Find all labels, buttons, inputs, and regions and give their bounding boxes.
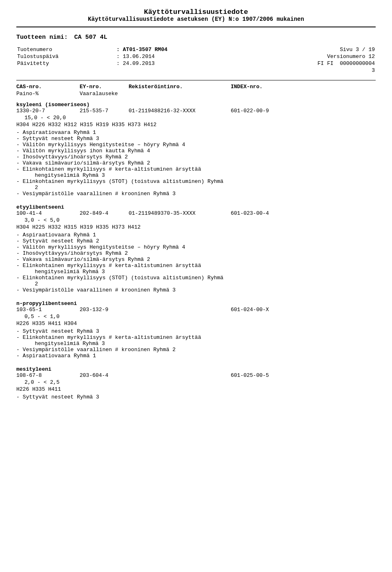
substance-name-0: ksyleeni (isomeeriseos) [16, 102, 376, 108]
ey-1: 202-849-4 [80, 210, 129, 216]
col-cas: CAS-nro. [16, 84, 80, 90]
range-2: 0,5 - < 1,0 [24, 314, 376, 320]
range-0: 15,0 - < 20,0 [24, 115, 376, 121]
hazard-item-0-0: - Aspiraatiovaara Ryhmä 1 [16, 129, 376, 136]
hazard-list-2: - Syttyvät nesteet Ryhmä 3- Elinkohtaine… [16, 328, 376, 359]
versio-line: Versionumero 12 [238, 53, 375, 60]
col-header-row: CAS-nro. EY-nro. Rekisteröintinro. INDEX… [16, 84, 376, 90]
col-index: INDEX-nro. [231, 84, 294, 90]
hazard-item-2-1: - Elinkohtainen myrkyllisyys # kerta-alt… [16, 334, 376, 347]
hazard-item-0-2: - Välitön myrkyllisyys Hengitysteitse – … [16, 142, 376, 148]
col-ey: EY-nro. [80, 84, 129, 90]
col-rekist: Rekisteröintinro. [129, 84, 231, 90]
index-2: 601-024-00-X [231, 307, 294, 313]
ey-0: 215-535-7 [80, 108, 129, 114]
substance-block-3: mesityleeni108-67-8203-604-4601-025-00-5… [16, 366, 376, 400]
substance-ids-2: 103-65-1203-132-9601-024-00-X [16, 307, 376, 313]
hazard-item-1-4: - Vakava silmävaurio/silmä-ärsytys Ryhmä… [16, 256, 376, 263]
sub-title: Käyttöturvallisuustiedote asetuksen (EY)… [16, 16, 376, 22]
hazard-item-1-2: - Välitön myrkyllisyys Hengitysteitse – … [16, 244, 376, 250]
col-sub-row: Paino-% Vaaralauseke [16, 91, 376, 97]
tuotenumero-value: : AT01-3507 RM04 [116, 47, 238, 53]
meta-table: Tuotenumero : AT01-3507 RM04 Sivu 3 / 19… [16, 46, 376, 74]
hazard-codes-1: H304 H225 H332 H315 H319 H335 H373 H412 [16, 224, 376, 230]
sivu-label: Sivu 3 / 19 [238, 47, 375, 53]
hazard-list-3: - Syttyvät nesteet Ryhmä 3 [16, 394, 376, 400]
rekist-0: 01-2119488216-32-XXXX [129, 108, 231, 114]
rekist-3 [129, 372, 231, 378]
substance-block-2: n-propyylibentseeni103-65-1203-132-9601-… [16, 300, 376, 359]
rekist-2 [129, 307, 231, 313]
paivitetty-value: : 24.09.2013 [116, 60, 238, 67]
product-label: Tuotteen nimi: [16, 34, 68, 41]
substance-block-0: ksyleeni (isomeeriseos)1330-20-7215-535-… [16, 102, 376, 197]
range-1: 3,0 - < 5,0 [24, 217, 376, 223]
hazard-item-1-5: - Elinkohtainen myrkyllisyys # kerta-alt… [16, 263, 376, 275]
index-0: 601-022-00-9 [231, 108, 294, 114]
cas-0: 1330-20-7 [16, 108, 80, 114]
substance-name-1: etyylibentseeni [16, 204, 376, 210]
substances-container: ksyleeni (isomeeriseos)1330-20-7215-535-… [16, 102, 376, 400]
col-vaara: Vaaralauseke [80, 91, 129, 97]
hazard-list-0: - Aspiraatiovaara Ryhmä 1- Syttyvät nest… [16, 129, 376, 197]
tulostuspaiva-value: : 13.06.2014 [116, 53, 238, 60]
tuotenumero-label: Tuotenumero [17, 47, 116, 53]
hazard-item-2-3: - Aspiraatiovaara Ryhmä 1 [16, 353, 376, 359]
page-header: Käyttöturvallisuustiedote Käyttöturvalli… [16, 8, 376, 27]
substance-name-3: mesityleeni [16, 366, 376, 372]
hazard-item-2-2: - Vesiympäristölle vaarallinen # kroonin… [16, 347, 376, 353]
hazard-item-0-5: - Vakava silmävaurio/silmä-ärsytys Ryhmä… [16, 160, 376, 166]
hazard-item-0-3: - Välitön myrkyllisyys ihon kautta Ryhmä… [16, 148, 376, 154]
index-3: 601-025-00-5 [231, 372, 294, 378]
hazard-codes-0: H304 H226 H332 H312 H315 H319 H335 H373 … [16, 122, 376, 128]
hazard-item-3-0: - Syttyvät nesteet Ryhmä 3 [16, 394, 376, 400]
index-1: 601-023-00-4 [231, 210, 294, 216]
hazard-codes-2: H226 H335 H411 H304 [16, 320, 376, 327]
ey-3: 203-604-4 [80, 372, 129, 378]
ey-2: 203-132-9 [80, 307, 129, 313]
hazard-item-1-7: - Vesiympäristölle vaarallinen # kroonin… [16, 287, 376, 293]
hazard-item-0-1: - Syttyvät nesteet Ryhmä 3 [16, 136, 376, 142]
substance-ids-0: 1330-20-7215-535-701-2119488216-32-XXXX6… [16, 108, 376, 114]
substance-ids-1: 100-41-4202-849-401-2119489370-35-XXXX60… [16, 210, 376, 216]
hazard-list-1: - Aspiraatiovaara Ryhmä 1- Syttyvät nest… [16, 232, 376, 293]
hazard-item-1-1: - Syttyvät nesteet Ryhmä 2 [16, 238, 376, 244]
substance-ids-3: 108-67-8203-604-4601-025-00-5 [16, 372, 376, 378]
kieli-line: FI FI 00000000004 [238, 60, 375, 67]
hazard-item-0-6: - Elinkohtainen myrkyllisyys # kerta-alt… [16, 166, 376, 178]
substance-name-2: n-propyylibentseeni [16, 300, 376, 307]
hazard-item-2-0: - Syttyvät nesteet Ryhmä 3 [16, 328, 376, 334]
paivitetty-label: Päivitetty [17, 60, 116, 67]
cas-2: 103-65-1 [16, 307, 80, 313]
product-name-line: Tuotteen nimi: CA 507 4L [16, 34, 376, 41]
hazard-item-0-4: - Ihosövyttävyys/ihoärsytys Ryhmä 2 [16, 154, 376, 160]
range-3: 2,0 - < 2,5 [24, 379, 376, 385]
substance-block-1: etyylibentseeni100-41-4202-849-401-21194… [16, 204, 376, 293]
page-wrapper: Käyttöturvallisuustiedote Käyttöturvalli… [16, 8, 376, 400]
col-paino: Paino-% [16, 91, 80, 97]
rekist-1: 01-2119489370-35-XXXX [129, 210, 231, 216]
hazard-item-0-8: - Vesiympäristölle vaarallinen # kroonin… [16, 191, 376, 197]
tulostuspaiva-label: Tulostuspäivä [17, 53, 116, 60]
product-name: CA 507 4L [74, 34, 107, 41]
hazard-item-0-7: - Elinkohtainen myrkyllisyys (STOT) (toi… [16, 178, 376, 191]
cas-1: 100-41-4 [16, 210, 80, 216]
hazard-item-1-0: - Aspiraatiovaara Ryhmä 1 [16, 232, 376, 238]
kieli-suffix: 3 [238, 67, 375, 73]
hazard-codes-3: H226 H335 H411 [16, 386, 376, 392]
hazard-item-1-3: - Ihosövyttävyys/ihoärsytys Ryhmä 2 [16, 250, 376, 256]
cas-3: 108-67-8 [16, 372, 80, 378]
hazard-item-1-6: - Elinkohtainen myrkyllisyys (STOT) (toi… [16, 275, 376, 287]
divider-1 [16, 80, 376, 80]
main-title: Käyttöturvallisuustiedote [16, 8, 376, 16]
